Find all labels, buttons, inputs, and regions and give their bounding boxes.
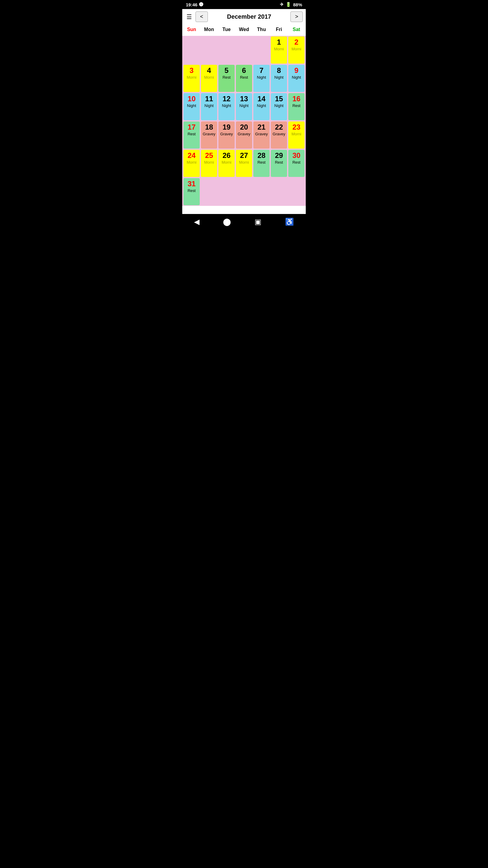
day-label: Gravey	[255, 132, 268, 136]
table-row[interactable]: 19Gravey	[218, 121, 235, 149]
table-row[interactable]: 28Rest	[253, 150, 270, 177]
day-label: Gravey	[238, 132, 250, 136]
day-label: Rest	[188, 132, 196, 136]
table-row[interactable]: 30Rest	[288, 150, 304, 177]
day-number: 13	[240, 95, 248, 103]
table-row[interactable]: 21Gravey	[253, 121, 270, 149]
table-row	[184, 36, 200, 64]
day-number: 29	[275, 152, 283, 159]
back-icon[interactable]: ◀	[194, 218, 199, 226]
table-row	[236, 36, 252, 64]
airplane-icon: ✈	[280, 2, 284, 7]
day-label: Night	[239, 103, 249, 108]
day-number: 8	[277, 67, 281, 74]
recent-icon[interactable]: ▣	[255, 218, 261, 226]
day-label: Morni	[239, 160, 249, 164]
table-row[interactable]: 17Rest	[184, 121, 200, 149]
table-row[interactable]: 23Morni	[288, 121, 304, 149]
month-title: December 2017	[208, 13, 291, 20]
day-number: 31	[188, 180, 196, 188]
table-row[interactable]: 2Morni	[288, 36, 304, 64]
day-label: Gravey	[203, 132, 216, 136]
table-row[interactable]: 13Night	[236, 93, 252, 120]
day-label: Morni	[292, 47, 301, 51]
prev-month-button[interactable]: <	[195, 11, 208, 22]
table-row[interactable]: 15Night	[271, 93, 287, 120]
day-label: Morni	[222, 160, 232, 164]
table-row	[218, 36, 235, 64]
table-row[interactable]: 25Morni	[201, 150, 217, 177]
table-row	[288, 178, 304, 205]
day-number: 1	[277, 38, 281, 46]
day-label: Morni	[187, 75, 197, 80]
table-row[interactable]: 16Rest	[288, 93, 304, 120]
table-row	[218, 178, 235, 205]
table-row[interactable]: 24Morni	[184, 150, 200, 177]
day-label: Rest	[293, 103, 301, 108]
table-row[interactable]: 14Night	[253, 93, 270, 120]
day-label: Rest	[188, 188, 196, 193]
translate-icon: 🅖	[199, 2, 203, 7]
day-number: 21	[258, 123, 266, 131]
battery-percent: 88%	[293, 2, 302, 7]
day-number: 27	[240, 152, 248, 159]
day-number: 26	[223, 152, 231, 159]
day-label: Morni	[292, 132, 301, 136]
day-label: Gravey	[220, 132, 233, 136]
day-number: 25	[205, 152, 213, 159]
table-row[interactable]: 8Night	[271, 65, 287, 92]
table-row[interactable]: 11Night	[201, 93, 217, 120]
table-row[interactable]: 29Rest	[271, 150, 287, 177]
day-number: 15	[275, 95, 283, 103]
day-label: Night	[257, 103, 266, 108]
day-label: Night	[274, 75, 284, 80]
day-number: 24	[188, 152, 196, 159]
day-label: Morni	[204, 160, 214, 164]
day-number: 3	[190, 67, 193, 74]
day-header-wed: Wed	[235, 24, 253, 35]
table-row	[201, 178, 217, 205]
table-row[interactable]: 20Gravey	[236, 121, 252, 149]
table-row[interactable]: 18Gravey	[201, 121, 217, 149]
day-headers: Sun Mon Tue Wed Thu Fri Sat	[182, 24, 306, 35]
table-row[interactable]: 4Morni	[201, 65, 217, 92]
table-row[interactable]: 9Night	[288, 65, 304, 92]
day-label: Night	[222, 103, 231, 108]
day-number: 9	[294, 67, 298, 74]
day-number: 7	[259, 67, 263, 74]
table-row[interactable]: 31Rest	[184, 178, 200, 205]
table-row[interactable]: 5Rest	[218, 65, 235, 92]
table-row[interactable]: 7Night	[253, 65, 270, 92]
day-number: 22	[275, 123, 283, 131]
day-number: 19	[223, 123, 231, 131]
day-label: Rest	[240, 75, 248, 80]
day-header-mon: Mon	[200, 24, 218, 35]
table-row	[253, 178, 270, 205]
table-row[interactable]: 1Morni	[271, 36, 287, 64]
table-row[interactable]: 3Morni	[184, 65, 200, 92]
table-row[interactable]: 26Morni	[218, 150, 235, 177]
day-number: 23	[293, 123, 301, 131]
home-icon[interactable]: ⬤	[223, 218, 231, 226]
nav-bar: ◀ ⬤ ▣ ♿	[182, 214, 306, 230]
day-number: 11	[205, 95, 213, 103]
day-header-sat: Sat	[288, 24, 305, 35]
table-row[interactable]: 6Rest	[236, 65, 252, 92]
day-number: 5	[224, 67, 228, 74]
table-row[interactable]: 22Gravey	[271, 121, 287, 149]
calendar-grid: 1Morni2Morni3Morni4Morni5Rest6Rest7Night…	[182, 36, 306, 206]
day-label: Night	[187, 103, 196, 108]
menu-icon[interactable]: ☰	[185, 12, 193, 22]
day-number: 14	[258, 95, 266, 103]
table-row[interactable]: 12Night	[218, 93, 235, 120]
day-header-tue: Tue	[218, 24, 235, 35]
day-header-sun: Sun	[183, 24, 200, 35]
accessibility-icon[interactable]: ♿	[285, 218, 294, 226]
table-row[interactable]: 10Night	[184, 93, 200, 120]
table-row[interactable]: 27Morni	[236, 150, 252, 177]
header: ☰ < December 2017 >	[182, 9, 306, 24]
time: 19:46	[186, 2, 197, 7]
day-number: 2	[294, 38, 298, 46]
day-label: Rest	[223, 75, 231, 80]
next-month-button[interactable]: >	[290, 11, 303, 22]
